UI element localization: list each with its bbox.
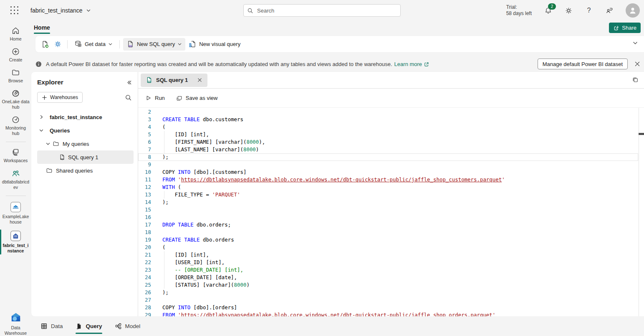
- copy-icon[interactable]: [631, 76, 639, 84]
- view-tab-data[interactable]: Data: [40, 321, 63, 331]
- save-as-view-button[interactable]: Save as view: [176, 95, 218, 102]
- chevron-right-icon[interactable]: [38, 114, 45, 120]
- code-text: [ID] [int],: [151, 251, 209, 259]
- tab-sql-query-1[interactable]: SQL SQL query 1: [141, 74, 207, 87]
- code-line-6[interactable]: 6 [FIRST_NAME] [varchar](8000),: [138, 138, 638, 146]
- code-line-29[interactable]: 29FROM 'https://dbtlabsynapsedatalake.bl…: [138, 311, 638, 316]
- app-launcher-icon[interactable]: [10, 6, 19, 15]
- code-line-5[interactable]: 5 [ID] [int],: [138, 131, 638, 138]
- chevron-down-icon[interactable]: [45, 140, 51, 147]
- sidebar-item-data-warehouse[interactable]: Data Warehouse: [0, 311, 31, 336]
- code-line-17[interactable]: 17DROP TABLE dbo.orders;: [138, 221, 638, 229]
- code-line-24[interactable]: 24 [ORDER_DATE] [date],: [138, 274, 638, 281]
- code-line-23[interactable]: 23 -- [ORDER_DATE] [int],: [138, 266, 638, 274]
- sql-file-icon: SQL: [146, 76, 153, 84]
- code-line-14[interactable]: 14);: [138, 199, 638, 206]
- manage-default-dataset-button[interactable]: Manage default Power BI dataset: [538, 59, 628, 69]
- code-line-9[interactable]: 9: [138, 161, 638, 168]
- sql-code-editor[interactable]: 23CREATE TABLE dbo.customers4(5 [ID] [in…: [138, 108, 644, 316]
- code-line-20[interactable]: 20(: [138, 244, 638, 251]
- code-line-26[interactable]: 26);: [138, 289, 638, 296]
- tree-item-my-queries[interactable]: My queries: [37, 137, 134, 150]
- share-button[interactable]: Share: [609, 23, 641, 33]
- line-number: 2: [138, 108, 151, 116]
- help-button[interactable]: ?: [585, 6, 593, 15]
- code-line-27[interactable]: 27: [138, 296, 638, 304]
- search-input[interactable]: [256, 7, 397, 14]
- indent-guide: [164, 274, 164, 281]
- svg-text:SQL: SQL: [147, 81, 151, 83]
- editor-scrollbar-track: [639, 108, 639, 316]
- code-line-18[interactable]: 18: [138, 229, 638, 236]
- tree-item-sql-query-1[interactable]: SQLSQL query 1: [37, 150, 134, 164]
- code-line-13[interactable]: 13 FILE_TYPE = 'PARQUET': [138, 191, 638, 199]
- sidebar-item-fabric-test-instance[interactable]: fabric_test_instance: [0, 230, 31, 254]
- close-tab-icon[interactable]: [197, 77, 202, 83]
- tree-item-queries[interactable]: Queries: [37, 124, 134, 137]
- indent-guide: [164, 266, 164, 274]
- sidebar-item-examplelakehouse[interactable]: ExampleLakehouse: [0, 201, 31, 225]
- code-line-11[interactable]: 11FROM 'https://dbtlabsynapsedatalake.bl…: [138, 176, 638, 183]
- code-line-25[interactable]: 25 [STATUS] [varchar](8000): [138, 281, 638, 289]
- code-line-28[interactable]: 28COPY INTO [dbo].[orders]: [138, 304, 638, 311]
- line-number: 20: [138, 244, 151, 251]
- collapse-ribbon-icon[interactable]: [632, 40, 638, 46]
- get-data-button[interactable]: Get data: [71, 38, 116, 51]
- get-data-label: Get data: [85, 41, 106, 47]
- workspace-switcher[interactable]: fabric_test_instance: [30, 7, 91, 14]
- code-line-19[interactable]: 19CREATE TABLE dbo.orders: [138, 236, 638, 244]
- settings-gear-button[interactable]: [51, 38, 64, 51]
- sidebar-item-monitoring-hub[interactable]: Monitoring hub: [0, 115, 31, 136]
- feedback-button[interactable]: [605, 6, 614, 15]
- code-line-12[interactable]: 12WITH (: [138, 183, 638, 191]
- line-number: 23: [138, 266, 151, 274]
- view-tab-label: Model: [125, 323, 141, 329]
- sidebar-item-onelake-data-hub[interactable]: OneLake data hub: [0, 89, 31, 110]
- sidebar-item-create[interactable]: Create: [0, 47, 31, 63]
- sidebar-item-home[interactable]: Home: [0, 26, 31, 42]
- code-line-7[interactable]: 7 [LAST_NAME] [varchar](8000): [138, 146, 638, 153]
- code-line-22[interactable]: 22 [USER_ID] [int],: [138, 259, 638, 266]
- line-number: 17: [138, 221, 151, 229]
- sidebar-item-dbtlabsfabricdev[interactable]: dbtlabsfabricdev: [0, 169, 31, 190]
- create-icon: [11, 47, 20, 56]
- new-sql-query-button[interactable]: SQL New SQL query: [123, 38, 185, 51]
- explorer-search-icon[interactable]: [125, 94, 132, 101]
- new-visual-query-button[interactable]: New visual query: [185, 38, 244, 51]
- user-avatar[interactable]: [626, 3, 640, 18]
- code-line-21[interactable]: 21 [ID] [int],: [138, 251, 638, 259]
- code-text: (: [151, 123, 165, 131]
- global-search[interactable]: [243, 4, 401, 17]
- editor-scrollbar-thumb[interactable]: [639, 133, 644, 135]
- code-line-3[interactable]: 3CREATE TABLE dbo.customers: [138, 116, 638, 123]
- sidebar-item-workspaces[interactable]: Workspaces: [0, 148, 31, 163]
- code-text: DROP TABLE dbo.orders;: [151, 221, 231, 229]
- code-line-2[interactable]: 2: [138, 108, 638, 116]
- dismiss-banner-icon[interactable]: [634, 61, 640, 67]
- chevron-down-icon[interactable]: [38, 127, 45, 134]
- tree-item-shared-queries[interactable]: Shared queries: [37, 164, 134, 177]
- sidebar-item-browse[interactable]: Browse: [0, 68, 31, 84]
- view-tab-model[interactable]: Model: [115, 321, 141, 331]
- run-label: Run: [155, 95, 165, 101]
- model-icon: [115, 323, 122, 330]
- code-text: [LAST_NAME] [varchar](8000): [151, 146, 259, 153]
- tab-home[interactable]: Home: [34, 24, 50, 32]
- query-doc-icon: [76, 323, 83, 330]
- external-link-icon: [424, 61, 429, 67]
- collapse-panel-icon[interactable]: [126, 79, 132, 86]
- view-tab-query[interactable]: Query: [76, 321, 102, 331]
- code-line-15[interactable]: 15: [138, 206, 638, 214]
- settings-button[interactable]: [564, 6, 573, 15]
- code-text: CREATE TABLE dbo.customers: [151, 116, 243, 123]
- code-line-16[interactable]: 16: [138, 214, 638, 221]
- code-line-8[interactable]: 8);: [138, 153, 638, 161]
- code-line-4[interactable]: 4(: [138, 123, 638, 131]
- learn-more-link[interactable]: Learn more: [394, 61, 429, 67]
- refresh-document-button[interactable]: [39, 38, 51, 51]
- add-warehouses-button[interactable]: Warehouses: [37, 92, 83, 103]
- tree-item-fabric-test-instance[interactable]: fabric_test_instance: [37, 110, 134, 124]
- code-line-10[interactable]: 10COPY INTO [dbo].[customers]: [138, 168, 638, 176]
- notifications-button[interactable]: 2: [544, 6, 552, 15]
- run-button[interactable]: Run: [145, 95, 165, 101]
